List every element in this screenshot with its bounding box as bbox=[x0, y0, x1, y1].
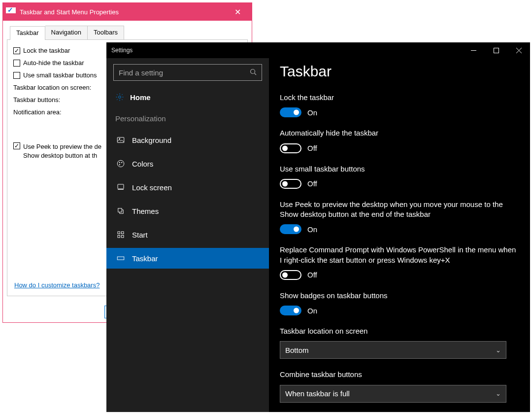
help-link[interactable]: How do I customize taskbars? bbox=[14, 281, 100, 289]
settings-main: Taskbar Lock the taskbar On Automaticall… bbox=[269, 58, 530, 412]
toggle-state: On bbox=[307, 307, 317, 315]
nav-lockscreen[interactable]: Lock screen bbox=[113, 177, 262, 198]
close-icon[interactable]: ✕ bbox=[227, 3, 249, 21]
setting-badges: Show badges on taskbar buttons On bbox=[280, 291, 519, 315]
checkbox-label: Lock the taskbar bbox=[23, 47, 70, 54]
palette-icon bbox=[116, 159, 125, 168]
search-input[interactable]: Find a setting bbox=[113, 64, 262, 81]
maximize-button[interactable] bbox=[485, 42, 507, 58]
toggle-peek[interactable] bbox=[280, 224, 301, 234]
svg-rect-15 bbox=[118, 232, 120, 234]
setting-taskbar-location: Taskbar location on screen Bottom ⌄ bbox=[280, 326, 519, 359]
dropdown-taskbar-location[interactable]: Bottom ⌄ bbox=[280, 341, 506, 359]
setting-autohide: Automatically hide the taskbar Off bbox=[280, 128, 519, 153]
search-placeholder: Find a setting bbox=[119, 69, 163, 77]
svg-line-5 bbox=[255, 73, 257, 75]
settings-titlebar[interactable]: Settings bbox=[106, 42, 530, 58]
checkbox-icon bbox=[13, 47, 20, 54]
svg-rect-13 bbox=[118, 184, 124, 189]
settings-title: Settings bbox=[111, 47, 133, 54]
legacy-tabs: Taskbar Navigation Toolbars bbox=[7, 26, 248, 40]
search-icon bbox=[250, 69, 257, 77]
taskbar-icon bbox=[116, 254, 125, 263]
checkbox-icon bbox=[13, 142, 20, 149]
checkbox-label: Use small taskbar buttons bbox=[23, 71, 97, 79]
nav-label: Themes bbox=[132, 207, 159, 215]
maximize-icon bbox=[494, 48, 499, 53]
setting-powershell: Replace Command Prompt with Windows Powe… bbox=[280, 245, 519, 280]
nav-label: Background bbox=[132, 136, 171, 144]
checkbox-label: Use Peek to preview the de Show desktop … bbox=[23, 142, 101, 160]
setting-peek: Use Peek to preview the desktop when you… bbox=[280, 200, 519, 235]
checkbox-label: Auto-hide the taskbar bbox=[23, 59, 84, 67]
svg-rect-17 bbox=[118, 236, 120, 238]
toggle-state: On bbox=[307, 225, 317, 234]
nav-label: Start bbox=[132, 231, 148, 239]
svg-rect-18 bbox=[122, 236, 124, 238]
setting-small-buttons: Use small taskbar buttons Off bbox=[280, 164, 519, 189]
settings-sidebar: Find a setting Home Personalization Back… bbox=[106, 58, 269, 412]
toggle-badges[interactable] bbox=[280, 306, 301, 315]
nav-start[interactable]: Start bbox=[113, 224, 262, 245]
svg-point-8 bbox=[119, 138, 120, 139]
dropdown-value: When taskbar is full bbox=[285, 389, 350, 398]
svg-point-10 bbox=[119, 162, 120, 163]
lockscreen-icon bbox=[116, 183, 125, 192]
checkbox-icon bbox=[13, 60, 20, 67]
tab-toolbars[interactable]: Toolbars bbox=[88, 26, 124, 39]
toggle-small-buttons[interactable] bbox=[280, 179, 301, 189]
gear-icon bbox=[115, 93, 124, 102]
checkbox-icon bbox=[13, 72, 20, 79]
chevron-down-icon: ⌄ bbox=[496, 346, 501, 354]
setting-combine-buttons: Combine taskbar buttons When taskbar is … bbox=[280, 370, 519, 402]
tab-navigation[interactable]: Navigation bbox=[45, 26, 88, 39]
window-controls bbox=[462, 42, 530, 58]
home-label: Home bbox=[130, 93, 151, 102]
close-icon bbox=[516, 48, 522, 53]
svg-rect-19 bbox=[117, 257, 124, 260]
settings-window: Settings Find a setting bbox=[106, 42, 530, 412]
toggle-autohide[interactable] bbox=[280, 143, 301, 153]
nav-label: Taskbar bbox=[132, 254, 158, 263]
legacy-titlebar[interactable]: Taskbar and Start Menu Properties ✕ bbox=[3, 3, 252, 21]
nav-taskbar[interactable]: Taskbar bbox=[106, 248, 269, 269]
svg-rect-16 bbox=[122, 232, 124, 234]
svg-rect-14 bbox=[118, 208, 122, 212]
toggle-lock-taskbar[interactable] bbox=[280, 107, 301, 117]
legacy-title: Taskbar and Start Menu Properties bbox=[20, 8, 119, 16]
picture-icon bbox=[116, 136, 125, 144]
toggle-state: Off bbox=[307, 144, 317, 152]
nav-colors[interactable]: Colors bbox=[113, 153, 262, 174]
toggle-state: Off bbox=[307, 271, 317, 279]
tab-taskbar[interactable]: Taskbar bbox=[10, 26, 45, 40]
svg-rect-1 bbox=[494, 48, 499, 53]
legacy-app-icon bbox=[6, 7, 16, 16]
close-button[interactable] bbox=[507, 42, 530, 58]
svg-point-9 bbox=[117, 160, 124, 167]
setting-lock-taskbar: Lock the taskbar On bbox=[280, 93, 519, 117]
start-icon bbox=[116, 230, 125, 239]
nav-label: Colors bbox=[132, 160, 153, 168]
page-title: Taskbar bbox=[280, 63, 519, 80]
svg-point-4 bbox=[251, 69, 255, 73]
section-personalization: Personalization bbox=[113, 108, 262, 127]
themes-icon bbox=[116, 206, 125, 215]
svg-rect-7 bbox=[117, 138, 124, 143]
chevron-down-icon: ⌄ bbox=[496, 390, 501, 397]
dropdown-combine-buttons[interactable]: When taskbar is full ⌄ bbox=[280, 385, 506, 403]
svg-point-6 bbox=[119, 96, 121, 99]
minimize-icon bbox=[471, 48, 476, 53]
nav-background[interactable]: Background bbox=[113, 130, 262, 150]
nav-themes[interactable]: Themes bbox=[113, 201, 262, 221]
toggle-powershell[interactable] bbox=[280, 270, 301, 280]
dropdown-value: Bottom bbox=[285, 346, 309, 354]
toggle-state: On bbox=[307, 108, 317, 117]
svg-point-11 bbox=[122, 162, 123, 163]
toggle-state: Off bbox=[307, 179, 317, 188]
minimize-button[interactable] bbox=[462, 42, 485, 58]
svg-point-12 bbox=[119, 165, 120, 166]
home-nav[interactable]: Home bbox=[113, 89, 262, 105]
nav-label: Lock screen bbox=[132, 183, 172, 192]
